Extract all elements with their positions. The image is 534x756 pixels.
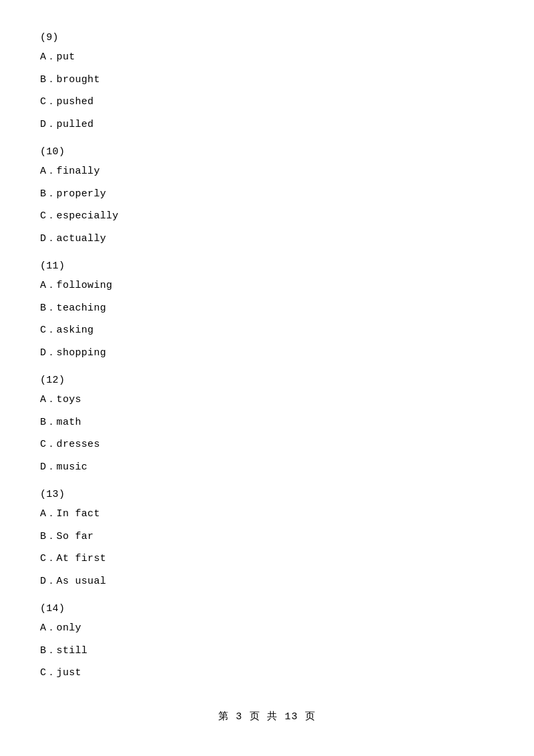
option-q13-0: A．In fact [40,504,494,524]
question-number-11: (11) [40,260,494,272]
footer-text: 第 3 页 共 13 页 [218,711,316,723]
option-q14-1: B．still [40,641,494,661]
option-q14-0: A．only [40,618,494,638]
question-number-14: (14) [40,603,494,614]
option-q12-1: B．math [40,413,494,433]
option-q14-2: C．just [40,663,494,683]
option-q11-3: D．shopping [40,343,494,363]
option-q10-3: D．actually [40,229,494,249]
option-q11-1: B．teaching [40,299,494,319]
question-number-10: (10) [40,146,494,158]
option-q9-3: D．pulled [40,115,494,135]
option-q11-2: C．asking [40,321,494,341]
page-footer: 第 3 页 共 13 页 [40,710,494,723]
option-q12-2: C．dresses [40,435,494,455]
question-number-13: (13) [40,489,494,500]
option-q13-3: D．As usual [40,572,494,592]
option-q12-3: D．music [40,457,494,478]
question-number-9: (9) [40,32,494,43]
option-q10-0: A．finally [40,162,494,182]
question-number-12: (12) [40,375,494,386]
option-q10-2: C．especially [40,206,494,226]
option-q9-1: B．brought [40,70,494,90]
option-q13-1: B．So far [40,527,494,547]
option-q10-1: B．properly [40,184,494,204]
option-q9-2: C．pushed [40,92,494,112]
option-q9-0: A．put [40,47,494,67]
option-q11-0: A．following [40,276,494,296]
option-q12-0: A．toys [40,390,494,410]
option-q13-2: C．At first [40,549,494,569]
